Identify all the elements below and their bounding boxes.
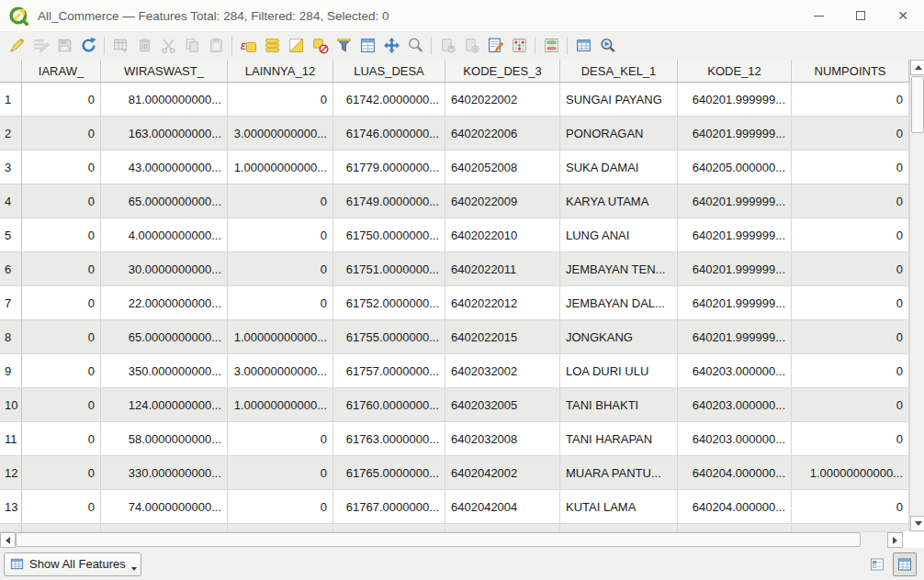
row-number[interactable]: 2 bbox=[0, 117, 22, 151]
table-cell[interactable]: 0 bbox=[792, 354, 909, 388]
reload-button[interactable] bbox=[76, 34, 100, 58]
table-cell[interactable]: 0 bbox=[228, 490, 333, 524]
table-cell[interactable]: 0 bbox=[228, 286, 333, 320]
column-header[interactable]: IARAW_ bbox=[22, 60, 101, 83]
table-cell[interactable]: 0 bbox=[22, 490, 101, 524]
table-cell[interactable]: 61760.0000000... bbox=[333, 388, 445, 422]
table-cell[interactable]: 0 bbox=[22, 354, 101, 388]
header-corner[interactable] bbox=[0, 60, 22, 83]
table-cell[interactable]: 61763.0000000... bbox=[333, 422, 445, 456]
table-view-button[interactable] bbox=[893, 552, 917, 576]
table-cell[interactable]: 0 bbox=[228, 218, 333, 252]
row-number[interactable]: 3 bbox=[0, 151, 22, 184]
table-cell[interactable]: 61757.0000000... bbox=[333, 354, 445, 388]
column-header[interactable]: LAINNYA_12 bbox=[228, 60, 333, 83]
table-cell[interactable]: 0 bbox=[792, 218, 909, 252]
table-cell[interactable]: 0 bbox=[792, 151, 909, 184]
table-cell[interactable]: 74.0000000000... bbox=[101, 490, 228, 524]
table-cell[interactable]: 6402052008 bbox=[445, 151, 560, 184]
table-cell[interactable]: 640203.000000... bbox=[678, 388, 792, 422]
table-cell[interactable]: 6402042002 bbox=[445, 456, 560, 490]
table-cell[interactable]: 0 bbox=[22, 286, 101, 320]
table-cell[interactable]: 640201.999999... bbox=[678, 252, 792, 286]
column-header[interactable]: KODE_DES_3 bbox=[445, 60, 560, 83]
table-cell[interactable]: 81.0000000000... bbox=[101, 83, 228, 117]
table-cell[interactable]: 0 bbox=[22, 117, 101, 151]
table-cell[interactable]: 640201.999999... bbox=[678, 320, 792, 354]
table-cell[interactable]: JONGKANG bbox=[560, 320, 678, 354]
table-cell[interactable]: 61755.0000000... bbox=[333, 320, 445, 354]
horizontal-scrollbar[interactable] bbox=[0, 531, 903, 548]
table-cell[interactable]: 640201.999999... bbox=[678, 184, 792, 218]
table-cell[interactable]: 0 bbox=[792, 184, 909, 218]
table-cell[interactable]: 640204.000000... bbox=[678, 490, 792, 524]
table-cell[interactable]: PONORAGAN bbox=[560, 117, 678, 151]
table-cell[interactable]: 61742.0000000... bbox=[333, 83, 445, 117]
column-header[interactable]: LUAS_DESA bbox=[333, 60, 445, 83]
table-cell[interactable]: 640201.999999... bbox=[678, 117, 792, 151]
column-header[interactable]: NUMPOINTS bbox=[792, 60, 909, 83]
column-header[interactable]: DESA_KEL_1 bbox=[560, 60, 678, 83]
table-cell[interactable]: 0 bbox=[228, 456, 333, 490]
table-cell[interactable]: 43.0000000000... bbox=[101, 151, 228, 184]
row-number[interactable]: 7 bbox=[0, 286, 22, 320]
table-cell[interactable]: JEMBAYAN TEN... bbox=[560, 252, 678, 286]
actions-button[interactable] bbox=[571, 34, 595, 58]
horizontal-scrollbar-track[interactable] bbox=[861, 532, 887, 548]
pan-to-selection-button[interactable] bbox=[379, 34, 403, 58]
scroll-right-button[interactable] bbox=[887, 532, 903, 548]
table-cell[interactable]: 6402042004 bbox=[445, 490, 560, 524]
invert-selection-button[interactable] bbox=[284, 34, 308, 58]
table-cell[interactable]: 22.0000000000... bbox=[101, 286, 228, 320]
table-cell[interactable]: 330.000000000... bbox=[101, 456, 228, 490]
table-cell[interactable]: 0 bbox=[22, 184, 101, 218]
dock-table-button[interactable] bbox=[539, 34, 563, 58]
table-cell[interactable]: 0 bbox=[228, 422, 333, 456]
feature-filter-button[interactable]: Show All Features bbox=[4, 552, 141, 576]
scroll-left-button[interactable] bbox=[0, 532, 16, 548]
close-button[interactable]: ✕ bbox=[882, 0, 924, 31]
column-header[interactable]: KODE_12 bbox=[678, 60, 792, 83]
table-cell[interactable]: 0 bbox=[22, 151, 101, 184]
table-cell[interactable]: 0 bbox=[792, 252, 909, 286]
table-cell[interactable]: 0 bbox=[792, 388, 909, 422]
table-cell[interactable]: 640201.999999... bbox=[678, 218, 792, 252]
table-cell[interactable]: JEMBAYAN DAL... bbox=[560, 286, 678, 320]
table-cell[interactable]: 61750.0000000... bbox=[333, 218, 445, 252]
select-by-expression-button[interactable]: ε bbox=[236, 34, 260, 58]
table-cell[interactable]: LUNG ANAI bbox=[560, 218, 678, 252]
horizontal-scrollbar-thumb[interactable] bbox=[16, 532, 861, 547]
table-cell[interactable]: SUKA DAMAI bbox=[560, 151, 678, 184]
deselect-all-button[interactable] bbox=[308, 34, 332, 58]
table-cell[interactable]: 0 bbox=[22, 456, 101, 490]
table-cell[interactable]: TANI HARAPAN bbox=[560, 422, 678, 456]
filter-by-form-button[interactable] bbox=[332, 34, 355, 58]
table-cell[interactable]: 1.00000000000... bbox=[228, 388, 333, 422]
table-cell[interactable]: 350.000000000... bbox=[101, 354, 228, 388]
table-cell[interactable]: 0 bbox=[22, 218, 101, 252]
search-button[interactable] bbox=[595, 34, 619, 58]
table-cell[interactable]: 6402022010 bbox=[445, 218, 560, 252]
row-number[interactable]: 9 bbox=[0, 354, 22, 388]
table-cell[interactable]: 6402022015 bbox=[445, 320, 560, 354]
row-number[interactable]: 5 bbox=[0, 218, 22, 252]
table-cell[interactable]: 0 bbox=[792, 490, 909, 524]
table-cell[interactable]: 0 bbox=[792, 117, 909, 151]
table-cell[interactable]: 65.0000000000... bbox=[101, 320, 228, 354]
row-number[interactable]: 11 bbox=[0, 422, 22, 456]
table-cell[interactable]: 1.00000000000... bbox=[228, 320, 333, 354]
conditional-formatting-button[interactable] bbox=[507, 34, 531, 58]
vertical-scrollbar-thumb[interactable] bbox=[911, 76, 924, 133]
table-cell[interactable]: 61779.0000000... bbox=[333, 151, 445, 184]
table-cell[interactable]: 58.0000000000... bbox=[101, 422, 228, 456]
table-cell[interactable]: 124.000000000... bbox=[101, 388, 228, 422]
table-cell[interactable]: 61751.0000000... bbox=[333, 252, 445, 286]
table-cell[interactable]: 0 bbox=[22, 252, 101, 286]
table-cell[interactable]: 1.00000000000... bbox=[792, 456, 909, 490]
table-cell[interactable]: 6402022002 bbox=[445, 83, 560, 117]
zoom-to-selection-button[interactable] bbox=[403, 34, 427, 58]
table-cell[interactable]: 0 bbox=[792, 320, 909, 354]
table-cell[interactable]: 3.00000000000... bbox=[228, 117, 333, 151]
table-cell[interactable]: 3.00000000000... bbox=[228, 354, 333, 388]
table-cell[interactable]: 0 bbox=[228, 83, 333, 117]
